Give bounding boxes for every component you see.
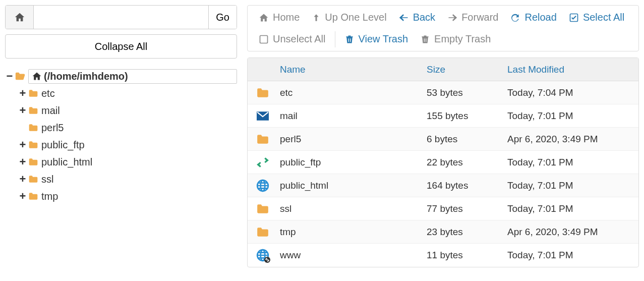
row-name: ssl: [278, 203, 427, 214]
arrow-up-icon: [312, 13, 321, 22]
row-name: public_ftp: [278, 157, 427, 168]
row-icon: [248, 156, 278, 169]
folder-icon: [256, 133, 269, 146]
folder-icon: [256, 86, 269, 99]
row-name: public_html: [278, 180, 427, 191]
col-modified-header[interactable]: Last Modified: [507, 64, 638, 75]
path-input[interactable]: [34, 6, 208, 29]
folder-icon: [256, 226, 269, 239]
row-icon: [248, 109, 278, 123]
table-header: Name Size Last Modified: [248, 58, 638, 81]
row-name: etc: [278, 87, 427, 98]
row-name: tmp: [278, 227, 427, 238]
table-row[interactable]: mail155 bytesToday, 7:01 PM: [248, 104, 638, 128]
folder-icon: [27, 88, 39, 98]
toolbar-unselect-all[interactable]: Unselect All: [253, 30, 332, 48]
tree-item-label: ssl: [41, 174, 53, 185]
row-modified: Today, 7:01 PM: [507, 203, 638, 214]
row-name: mail: [278, 110, 427, 122]
row-size: 22 bytes: [427, 157, 507, 168]
toolbar-reload[interactable]: Reload: [504, 9, 562, 26]
row-icon: [248, 133, 278, 146]
collapse-all-button[interactable]: Collapse All: [5, 34, 237, 59]
go-button[interactable]: Go: [208, 6, 237, 29]
folder-icon: [27, 123, 39, 133]
row-icon: [248, 249, 278, 262]
table-row[interactable]: etc53 bytesToday, 7:04 PM: [248, 81, 638, 104]
tree-item[interactable]: +tmp: [18, 188, 237, 205]
home-icon: [32, 71, 42, 81]
mail-icon: [256, 109, 269, 123]
folder-icon: [27, 174, 39, 184]
toolbar-view-trash[interactable]: View Trash: [338, 30, 415, 48]
tree-item-label: perl5: [41, 122, 64, 134]
expander-icon[interactable]: +: [18, 88, 27, 99]
table-row[interactable]: www11 bytesToday, 7:01 PM: [248, 244, 638, 267]
row-size: 155 bytes: [427, 110, 507, 122]
tree-item-label: etc: [41, 88, 55, 99]
col-name-header[interactable]: Name: [278, 64, 427, 75]
tree-item[interactable]: +public_ftp: [18, 136, 237, 153]
row-size: 11 bytes: [427, 250, 507, 261]
toolbar-separator: [335, 31, 335, 47]
tree-item-label: public_ftp: [41, 139, 85, 151]
row-icon: [248, 226, 278, 239]
expander-icon[interactable]: +: [18, 156, 27, 167]
toolbar-home[interactable]: Home: [253, 9, 306, 26]
table-row[interactable]: public_ftp22 bytesToday, 7:01 PM: [248, 151, 638, 174]
tree-item[interactable]: +ssl: [18, 171, 237, 188]
row-icon: [248, 179, 278, 192]
toolbar-forward[interactable]: Forward: [441, 9, 504, 26]
toolbar: Home Up One Level Back Forward Reload Se…: [247, 5, 639, 51]
row-size: 6 bytes: [427, 134, 507, 145]
row-size: 53 bytes: [427, 87, 507, 98]
folder-tree: − (/home/imhdemo) +etc+mail perl5+public…: [5, 68, 237, 205]
home-icon: [259, 13, 269, 23]
link-badge-icon: [264, 256, 271, 263]
expander-icon[interactable]: +: [18, 174, 27, 185]
folder-icon: [27, 105, 39, 116]
expander-icon[interactable]: [18, 122, 27, 133]
arrow-left-icon: [399, 13, 409, 23]
tree-item[interactable]: +public_html: [18, 153, 237, 171]
reload-icon: [510, 13, 520, 23]
toolbar-back[interactable]: Back: [393, 9, 441, 26]
row-modified: Today, 7:01 PM: [507, 250, 638, 261]
table-row[interactable]: ssl77 bytesToday, 7:01 PM: [248, 197, 638, 220]
expander-icon[interactable]: +: [18, 105, 27, 116]
row-name: www: [278, 250, 427, 261]
expander-icon[interactable]: −: [5, 71, 14, 82]
table-row[interactable]: tmp23 bytesApr 6, 2020, 3:49 PM: [248, 220, 638, 244]
toolbar-select-all[interactable]: Select All: [563, 9, 630, 26]
home-icon: [14, 12, 25, 23]
table-row[interactable]: perl56 bytesApr 6, 2020, 3:49 PM: [248, 128, 638, 151]
tree-item-label: mail: [41, 105, 60, 117]
folder-icon: [27, 157, 39, 167]
col-size-header[interactable]: Size: [427, 64, 507, 75]
tree-item[interactable]: +etc: [18, 85, 237, 102]
tree-item[interactable]: perl5: [18, 119, 237, 136]
checkbox-checked-icon: [569, 13, 579, 23]
folder-open-icon: [14, 71, 26, 82]
tree-root[interactable]: − (/home/imhdemo): [5, 68, 237, 85]
path-bar: Go: [5, 5, 237, 29]
folder-icon: [27, 191, 39, 201]
toolbar-empty-trash[interactable]: Empty Trash: [414, 30, 497, 48]
row-modified: Apr 6, 2020, 3:49 PM: [507, 134, 638, 145]
expander-icon[interactable]: +: [18, 191, 27, 202]
globe-icon: [256, 179, 269, 192]
row-modified: Today, 7:01 PM: [507, 110, 638, 122]
expander-icon[interactable]: +: [18, 139, 27, 150]
toolbar-up[interactable]: Up One Level: [306, 9, 392, 26]
row-modified: Today, 7:01 PM: [507, 180, 638, 191]
path-home-button[interactable]: [6, 6, 34, 29]
tree-item[interactable]: +mail: [18, 102, 237, 119]
row-modified: Today, 7:01 PM: [507, 157, 638, 168]
row-modified: Today, 7:04 PM: [507, 87, 638, 98]
row-icon: [248, 86, 278, 99]
row-size: 164 bytes: [427, 180, 507, 191]
tree-item-label: tmp: [41, 191, 58, 202]
table-row[interactable]: public_html164 bytesToday, 7:01 PM: [248, 174, 638, 197]
transfer-icon: [256, 156, 269, 169]
folder-icon: [256, 202, 269, 215]
